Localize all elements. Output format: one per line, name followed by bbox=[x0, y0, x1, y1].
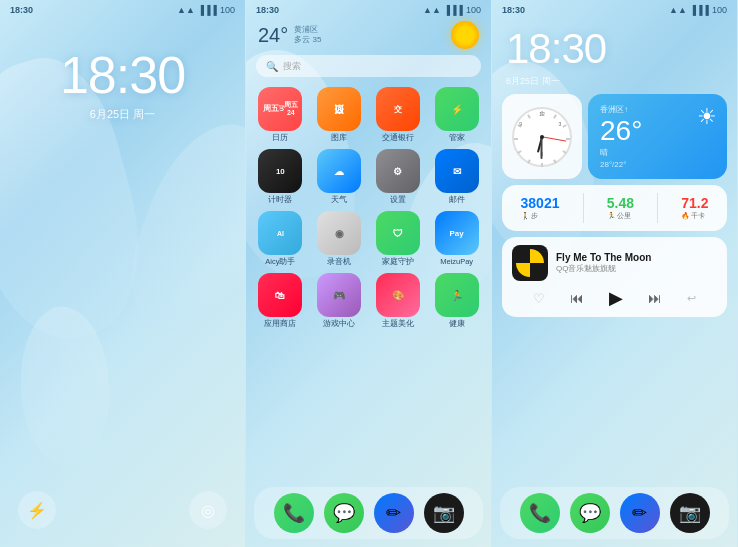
dock-message-3[interactable]: 💬 bbox=[570, 493, 610, 533]
next-button[interactable]: ⏭ bbox=[648, 290, 662, 306]
widget-time: 18:30 bbox=[506, 25, 606, 72]
app-weather[interactable]: ☁ 天气 bbox=[313, 149, 366, 205]
weather-widget[interactable]: 香洲区↑ 26° 晴 28°/22° ☀ bbox=[588, 94, 727, 179]
game-icon: 🎮 bbox=[317, 273, 361, 317]
dock-browser-3[interactable]: ✏ bbox=[620, 493, 660, 533]
recorder-icon: ◉ bbox=[317, 211, 361, 255]
battery-label-3: 100 bbox=[712, 5, 727, 15]
wifi-icon-3: ▲▲ bbox=[669, 5, 687, 15]
tick-3 bbox=[566, 138, 570, 140]
wifi-icon: ▲▲ bbox=[177, 5, 195, 15]
status-time: 18:30 bbox=[10, 5, 33, 15]
wifi-icon-2: ▲▲ bbox=[423, 5, 441, 15]
app-mail[interactable]: ✉ 邮件 bbox=[430, 149, 483, 205]
song-title: Fly Me To The Moon bbox=[556, 252, 651, 263]
apps-grid: 周五24 日历 🖼 图库 交 交通银行 ⚡ 管家 10 计时器 ☁ 天气 ⚙ 设… bbox=[246, 81, 491, 335]
widget-date: 6月25日 周一 bbox=[492, 75, 737, 88]
timer-label: 计时器 bbox=[268, 195, 292, 205]
tick-6 bbox=[541, 163, 543, 167]
meizupay-label: MeizuPay bbox=[440, 257, 473, 266]
app-bank[interactable]: 交 交通银行 bbox=[372, 87, 425, 143]
mail-icon: ✉ bbox=[435, 149, 479, 193]
tmall-icon: 🛍 bbox=[258, 273, 302, 317]
settings-icon: ⚙ bbox=[376, 149, 420, 193]
app-family[interactable]: 🛡 家庭守护 bbox=[372, 211, 425, 267]
mail-label: 邮件 bbox=[449, 195, 465, 205]
clock-num-12: 12 bbox=[538, 111, 546, 117]
status-icons-2: ▲▲ ▐▐▐ 100 bbox=[423, 5, 481, 15]
signal-icon: ▐▐▐ bbox=[198, 5, 217, 15]
flashlight-button[interactable]: ⚡ bbox=[18, 491, 56, 529]
app-meizupay[interactable]: Pay MeizuPay bbox=[430, 211, 483, 267]
analog-clock: 12 3 6 9 bbox=[512, 107, 572, 167]
prev-button[interactable]: ⏮ bbox=[570, 290, 584, 306]
app-game[interactable]: 🎮 游戏中心 bbox=[313, 273, 366, 329]
status-bar-2: 18:30 ▲▲ ▐▐▐ 100 bbox=[246, 0, 491, 17]
message-icon: 💬 bbox=[333, 502, 355, 524]
lock-date: 6月25日 周一 bbox=[0, 107, 245, 122]
signal-icon-3: ▐▐▐ bbox=[690, 5, 709, 15]
family-icon: 🛡 bbox=[376, 211, 420, 255]
album-art bbox=[512, 245, 548, 281]
app-guard[interactable]: ⚡ 管家 bbox=[430, 87, 483, 143]
distance-stat: 5.48 🏃 公里 bbox=[607, 195, 634, 221]
search-icon: 🔍 bbox=[266, 61, 278, 72]
app-recorder[interactable]: ◉ 录音机 bbox=[313, 211, 366, 267]
app-timer[interactable]: 10 计时器 bbox=[254, 149, 307, 205]
weather-label: 天气 bbox=[331, 195, 347, 205]
widget-area: 12 3 6 9 香洲区↑ 26° 晴 28°/22° ☀ bbox=[492, 88, 737, 323]
calendar-icon: 周五24 bbox=[258, 87, 302, 131]
battery-label: 100 bbox=[220, 5, 235, 15]
dock-camera-3[interactable]: 📷 bbox=[670, 493, 710, 533]
distance-value: 5.48 bbox=[607, 195, 634, 211]
distance-label: 🏃 公里 bbox=[607, 211, 634, 221]
app-calendar[interactable]: 周五24 日历 bbox=[254, 87, 307, 143]
steps-stat: 38021 🚶 步 bbox=[521, 195, 560, 221]
app-health[interactable]: 🏃 健康 bbox=[430, 273, 483, 329]
play-button[interactable]: ▶ bbox=[609, 287, 623, 309]
clock-num-9: 9 bbox=[517, 121, 525, 127]
search-bar[interactable]: 🔍 搜索 bbox=[256, 55, 481, 77]
tick-7 bbox=[527, 159, 531, 163]
clock-widget[interactable]: 12 3 6 9 bbox=[502, 94, 582, 179]
dock-browser[interactable]: ✏ bbox=[374, 493, 414, 533]
app-gallery[interactable]: 🖼 图库 bbox=[313, 87, 366, 143]
dock-phone-3[interactable]: 📞 bbox=[520, 493, 560, 533]
app-settings[interactable]: ⚙ 设置 bbox=[372, 149, 425, 205]
weather-sun-icon: ☀ bbox=[697, 104, 717, 130]
lock-screen-panel: 18:30 ▲▲ ▐▐▐ 100 18:30 6月25日 周一 ⚡ ◎ bbox=[0, 0, 246, 547]
tmall-label: 应用商店 bbox=[264, 319, 296, 329]
dock-camera[interactable]: 📷 bbox=[424, 493, 464, 533]
game-label: 游戏中心 bbox=[323, 319, 355, 329]
status-time-3: 18:30 bbox=[502, 5, 525, 15]
music-widget[interactable]: Fly Me To The Moon QQ音乐魅族旗舰 ♡ ⏮ ▶ ⏭ ↩ bbox=[502, 237, 727, 317]
settings-label: 设置 bbox=[390, 195, 406, 205]
vinyl-disc bbox=[516, 249, 544, 277]
stats-widget[interactable]: 38021 🚶 步 5.48 🏃 公里 71.2 🔥 千卡 bbox=[502, 185, 727, 231]
gallery-icon: 🖼 bbox=[317, 87, 361, 131]
tick-9 bbox=[514, 138, 518, 140]
status-icons-3: ▲▲ ▐▐▐ 100 bbox=[669, 5, 727, 15]
steps-value: 38021 bbox=[521, 195, 560, 211]
app-tmall[interactable]: 🛍 应用商店 bbox=[254, 273, 307, 329]
location-name: 黄浦区 bbox=[294, 25, 318, 34]
second-hand bbox=[542, 136, 566, 141]
status-bar: 18:30 ▲▲ ▐▐▐ 100 bbox=[0, 0, 245, 17]
weather-strip: 24° 黄浦区 多云 35 bbox=[246, 17, 491, 51]
calories-icon: 🔥 bbox=[681, 212, 690, 220]
app-aicy[interactable]: AI Aicy助手 bbox=[254, 211, 307, 267]
dock-bar-3: 📞 💬 ✏ 📷 bbox=[500, 487, 729, 539]
like-button[interactable]: ♡ bbox=[533, 291, 545, 306]
family-label: 家庭守护 bbox=[382, 257, 414, 267]
repeat-button[interactable]: ↩ bbox=[687, 292, 696, 305]
gallery-label: 图库 bbox=[331, 133, 347, 143]
widgets-screen-panel: 18:30 ▲▲ ▐▐▐ 100 18:30 6月25日 周一 bbox=[492, 0, 738, 547]
status-time-2: 18:30 bbox=[256, 5, 279, 15]
camera-button[interactable]: ◎ bbox=[189, 491, 227, 529]
dock-message[interactable]: 💬 bbox=[324, 493, 364, 533]
app-theme[interactable]: 🎨 主题美化 bbox=[372, 273, 425, 329]
meizupay-icon: Pay bbox=[435, 211, 479, 255]
dock-phone[interactable]: 📞 bbox=[274, 493, 314, 533]
calendar-label: 日历 bbox=[272, 133, 288, 143]
music-info: Fly Me To The Moon QQ音乐魅族旗舰 bbox=[556, 252, 651, 274]
